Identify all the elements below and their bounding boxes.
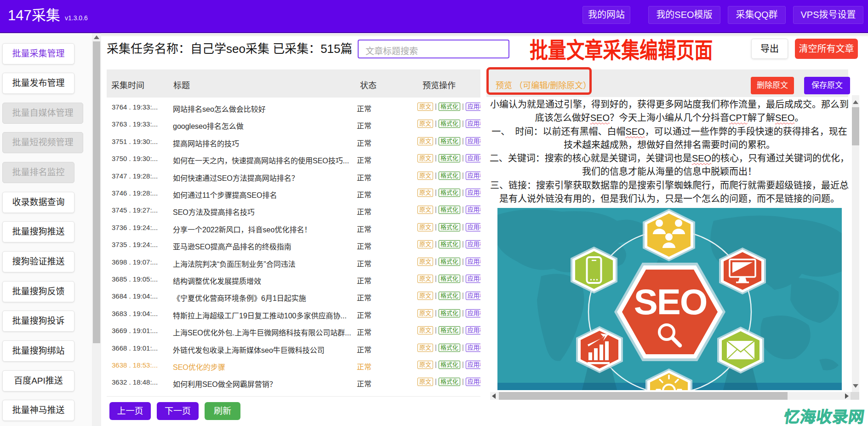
svg-text:SEO: SEO	[634, 282, 707, 322]
